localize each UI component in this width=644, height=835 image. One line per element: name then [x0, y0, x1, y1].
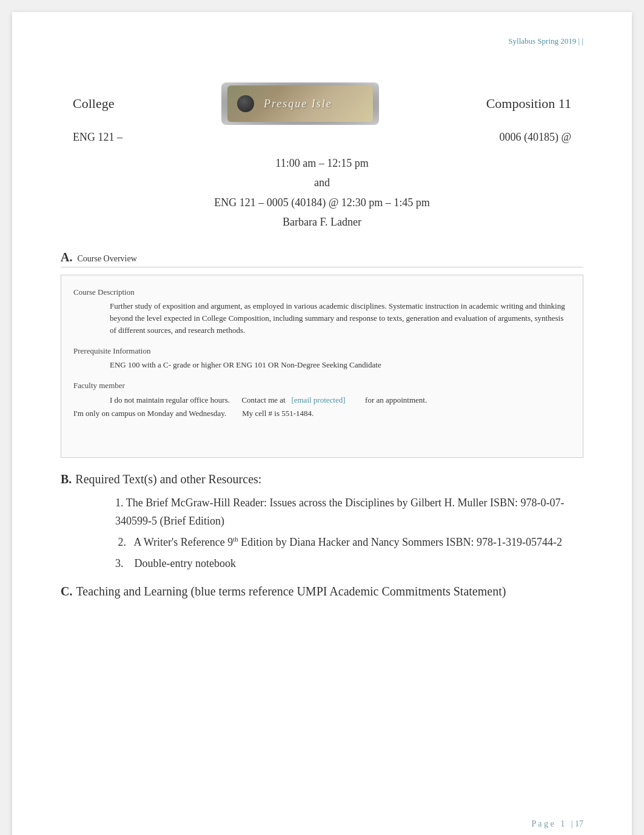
footer-total: 17 — [575, 819, 583, 828]
faculty-label: Faculty member — [73, 380, 571, 392]
instructor-name: Barbara F. Ladner — [61, 212, 583, 232]
section-a-header: A. Course Overview — [61, 250, 583, 267]
page-footer: P a g e 1 | 17 — [531, 819, 583, 829]
time-line: 11:00 am – 12:15 pm — [61, 153, 583, 173]
box-spacer — [73, 428, 571, 445]
and-label: and — [61, 173, 583, 192]
faculty-email-link[interactable]: [email protected] — [291, 395, 345, 404]
section-c-header: C. Teaching and Learning (blue terms ref… — [61, 585, 583, 599]
college-label: College — [73, 96, 114, 112]
title-row: College Presque Isle Composition 11 — [61, 82, 583, 125]
required-text-list: 1. The Brief McGraw-Hill Reader: Issues … — [61, 494, 583, 572]
required-item-1: 1. The Brief McGraw-Hill Reader: Issues … — [115, 494, 583, 531]
logo-inner: Presque Isle — [227, 86, 373, 122]
faculty-contact: Contact me at — [241, 395, 285, 404]
syllabus-label: Syllabus Spring 2019 | — [508, 36, 583, 45]
eng-left-label: ENG 121 – — [73, 131, 122, 144]
college-logo: Presque Isle — [221, 82, 379, 125]
item1-text: The Brief McGraw-Hill Reader: Issues acr… — [115, 497, 565, 528]
prereq-text: ENG 100 with a C- grade or higher OR ENG… — [73, 359, 571, 371]
logo-dot — [237, 95, 254, 112]
page: Syllabus Spring 2019 | College Presque I… — [12, 12, 632, 835]
section-a-title: Course Overview — [77, 254, 136, 264]
subtitle-row: ENG 121 – 0006 (40185) @ — [61, 131, 583, 144]
section-c-title: Teaching and Learning (blue terms refere… — [76, 585, 506, 599]
faculty-content: I do not maintain regular office hours. … — [73, 394, 571, 406]
footer-separator: | — [571, 819, 573, 828]
course-description-text: Further study of exposition and argument… — [73, 300, 571, 337]
course-description-section: Course Description Further study of expo… — [73, 286, 571, 337]
faculty-line2: I'm only on campus on Monday and Wednesd… — [73, 407, 571, 420]
required-item-2: 2. A Writer's Reference 9th Edition by D… — [115, 533, 583, 552]
header-syllabus: Syllabus Spring 2019 | — [61, 36, 583, 46]
footer-page-text: P a g e — [531, 819, 554, 828]
faculty-cell: My cell # is 551-1484. — [242, 409, 314, 418]
faculty-text3: I'm only on campus on Monday and Wednesd… — [73, 409, 226, 418]
item1-number: 1. — [115, 497, 124, 509]
section-b-letter: B. — [61, 472, 72, 486]
prereq-label: Prerequisite Information — [73, 345, 571, 357]
center-time-block: 11:00 am – 12:15 pm and ENG 121 – 0005 (… — [61, 153, 583, 232]
item2-number: 2. — [118, 536, 127, 548]
course-overview-box: Course Description Further study of expo… — [61, 275, 583, 458]
section-a-letter: A. — [61, 250, 72, 264]
faculty-section: Faculty member I do not maintain regular… — [73, 380, 571, 419]
svg-text:Presque Isle: Presque Isle — [263, 98, 332, 110]
faculty-text1: I do not maintain regular office hours. — [110, 395, 230, 404]
eng-line2: ENG 121 – 0005 (40184) @ 12:30 pm – 1:45… — [61, 193, 583, 212]
prereq-section: Prerequisite Information ENG 100 with a … — [73, 345, 571, 371]
section-c-letter: C. — [61, 585, 72, 599]
course-description-label: Course Description — [73, 286, 571, 298]
section-b-header: B. Required Text(s) and other Resources: — [61, 472, 583, 486]
section-b-title: Required Text(s) and other Resources: — [75, 472, 261, 486]
item2-sup: th — [233, 535, 238, 543]
composition-label: Composition 11 — [486, 96, 571, 112]
faculty-text2: for an appointment. — [365, 395, 427, 404]
required-item-3: 3. Double-entry notebook — [115, 554, 583, 573]
item2-text2: Edition by Diana Hacker and Nancy Sommer… — [238, 536, 562, 548]
section-right-label: 0006 (40185) @ — [499, 131, 571, 144]
logo-text-svg: Presque Isle — [240, 92, 361, 116]
item3-text: Double-entry notebook — [135, 557, 236, 569]
title-block: College Presque Isle Composition 11 ENG … — [61, 82, 583, 232]
item2-text: A Writer's Reference 9 — [134, 536, 233, 548]
item3-number: 3. — [115, 557, 124, 569]
footer-page-num: 1 — [560, 819, 565, 828]
